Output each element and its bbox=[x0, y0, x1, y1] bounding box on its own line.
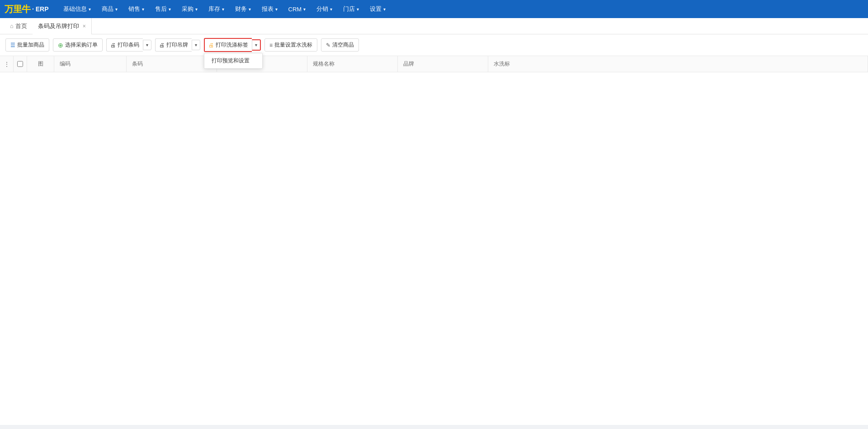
print-tag-arrow[interactable]: ▾ bbox=[192, 40, 200, 50]
chevron-down-icon: ▾ bbox=[249, 7, 251, 12]
erp-label: · ERP bbox=[32, 5, 49, 13]
chevron-down-icon: ▾ bbox=[383, 7, 386, 12]
printer-wash-icon: 🖨 bbox=[208, 42, 214, 48]
print-wash-main[interactable]: 🖨 打印洗涤标签 bbox=[204, 38, 252, 52]
th-brand: 品牌 bbox=[398, 56, 488, 72]
nav-item-report[interactable]: 报表 ▾ bbox=[256, 0, 283, 18]
print-barcode-split-button[interactable]: 🖨 打印条码 ▾ bbox=[106, 38, 151, 52]
print-barcode-main[interactable]: 🖨 打印条码 bbox=[106, 38, 143, 52]
chevron-down-icon: ▾ bbox=[89, 7, 91, 12]
select-all-checkbox[interactable] bbox=[17, 61, 23, 67]
nav-item-basic-info[interactable]: 基础信息 ▾ bbox=[58, 0, 96, 18]
table-body bbox=[0, 72, 868, 425]
printer-icon: 🖨 bbox=[110, 42, 116, 48]
print-tag-split-button[interactable]: 🖨 打印吊牌 ▾ bbox=[155, 38, 200, 52]
chevron-down-icon: ▾ bbox=[115, 7, 118, 12]
table-container: ⋮ 图 编码 条码 商品名称 规格名称 品牌 水洗标 bbox=[0, 56, 868, 425]
tab-bar: ⌂ 首页 条码及吊牌打印 × bbox=[0, 18, 868, 34]
chevron-down-icon: ▾ bbox=[303, 7, 306, 12]
tab-barcode-print[interactable]: 条码及吊牌打印 × bbox=[33, 18, 92, 34]
chevron-down-icon: ▾ bbox=[222, 7, 224, 12]
chevron-down-icon: ▾ bbox=[357, 7, 359, 12]
chevron-down-icon: ▾ bbox=[169, 7, 171, 12]
document-icon: ☰ bbox=[10, 42, 15, 48]
add-circle-icon: ⊕ bbox=[58, 42, 63, 49]
select-purchase-order-button[interactable]: ⊕ 选择采购订单 bbox=[53, 38, 103, 52]
th-drag: ⋮ bbox=[0, 56, 14, 72]
printer-icon: 🖨 bbox=[159, 42, 165, 48]
print-barcode-arrow[interactable]: ▾ bbox=[143, 40, 151, 50]
print-wash-dropdown-wrapper: 🖨 打印洗涤标签 ▾ 打印预览和设置 bbox=[204, 38, 261, 52]
toolbar: ☰ 批量加商品 ⊕ 选择采购订单 🖨 打印条码 ▾ 🖨 打印吊牌 ▾ 🖨 打印洗… bbox=[0, 34, 868, 56]
chevron-down-icon: ▾ bbox=[142, 7, 144, 12]
batch-wash-icon: ≡ bbox=[269, 42, 273, 48]
table-header: ⋮ 图 编码 条码 商品名称 规格名称 品牌 水洗标 bbox=[0, 56, 868, 72]
th-spec-name: 规格名称 bbox=[307, 56, 398, 72]
clear-goods-button[interactable]: ✎ 清空商品 bbox=[321, 38, 359, 52]
clear-icon: ✎ bbox=[326, 42, 330, 48]
print-wash-arrow[interactable]: ▾ bbox=[252, 39, 261, 51]
nav-item-goods[interactable]: 商品 ▾ bbox=[96, 0, 123, 18]
nav-item-sales[interactable]: 销售 ▾ bbox=[123, 0, 150, 18]
th-barcode: 条码 bbox=[127, 56, 217, 72]
th-image: 图 bbox=[27, 56, 54, 72]
nav-item-warehouse[interactable]: 库存 ▾ bbox=[203, 0, 230, 18]
chevron-down-icon: ▾ bbox=[275, 7, 278, 12]
logo[interactable]: 万里牛 · ERP bbox=[5, 3, 49, 15]
batch-add-goods-button[interactable]: ☰ 批量加商品 bbox=[5, 38, 49, 52]
th-code: 编码 bbox=[54, 56, 127, 72]
nav-item-settings[interactable]: 设置 ▾ bbox=[364, 0, 391, 18]
nav-item-purchase[interactable]: 采购 ▾ bbox=[176, 0, 203, 18]
logo-text: 万里牛 bbox=[5, 3, 30, 15]
nav-item-store[interactable]: 门店 ▾ bbox=[338, 0, 364, 18]
print-wash-split-button[interactable]: 🖨 打印洗涤标签 ▾ bbox=[204, 38, 261, 52]
batch-set-wash-button[interactable]: ≡ 批量设置水洗标 bbox=[264, 38, 317, 52]
top-navigation: 万里牛 · ERP 基础信息 ▾ 商品 ▾ 销售 ▾ 售后 ▾ 采购 ▾ 库存 … bbox=[0, 0, 868, 18]
nav-item-crm[interactable]: CRM ▾ bbox=[283, 0, 311, 18]
th-wash-label: 水洗标 bbox=[488, 56, 868, 72]
tab-home[interactable]: ⌂ 首页 bbox=[5, 18, 33, 34]
nav-item-finance[interactable]: 财务 ▾ bbox=[230, 0, 256, 18]
main-menu: 基础信息 ▾ 商品 ▾ 销售 ▾ 售后 ▾ 采购 ▾ 库存 ▾ 财务 ▾ 报表 bbox=[58, 0, 392, 18]
home-icon: ⌂ bbox=[10, 23, 14, 29]
print-wash-dropdown-menu: 打印预览和设置 bbox=[204, 53, 263, 69]
close-tab-icon[interactable]: × bbox=[83, 23, 86, 29]
chevron-down-icon: ▾ bbox=[195, 7, 198, 12]
print-preview-settings-item[interactable]: 打印预览和设置 bbox=[204, 53, 262, 68]
th-checkbox[interactable] bbox=[14, 56, 27, 72]
nav-item-after-sales[interactable]: 售后 ▾ bbox=[150, 0, 176, 18]
print-tag-main[interactable]: 🖨 打印吊牌 bbox=[155, 38, 192, 52]
nav-item-distribution[interactable]: 分销 ▾ bbox=[311, 0, 338, 18]
chevron-down-icon: ▾ bbox=[330, 7, 332, 12]
